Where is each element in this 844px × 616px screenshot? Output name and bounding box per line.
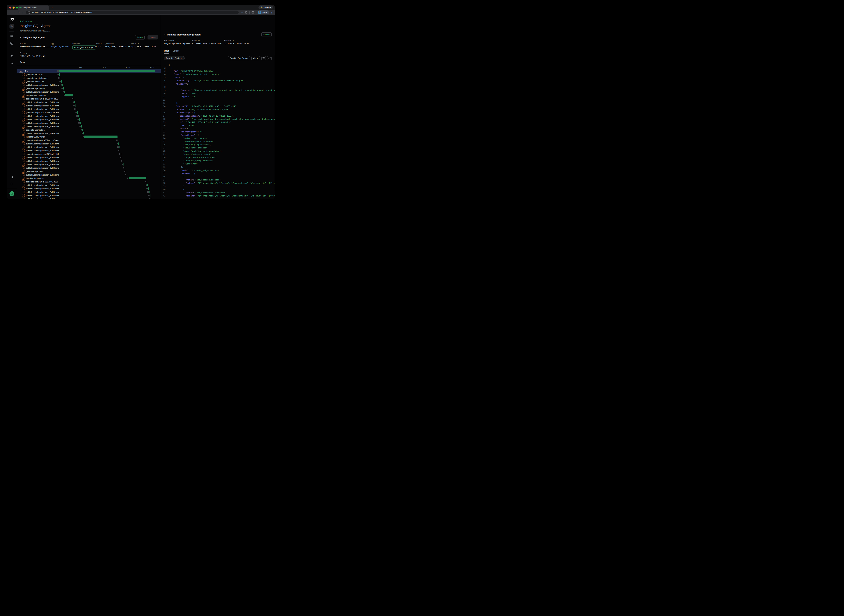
trace-run-row[interactable]: 40▾ Run [17,69,161,73]
trace-span-row[interactable]: >_publish:user:insights:user_2VH6zowmh..… [17,156,161,159]
run-details: Run ID01KHRMPW77GVMAJH6RD32EG72ZAppinsig… [17,41,161,60]
pane-resize-handle[interactable] [161,125,161,129]
copy-button[interactable]: Copy [251,56,260,60]
help-icon[interactable]: ? [9,182,14,186]
queue-marker [147,191,149,193]
gantt-bar [64,91,65,93]
bookmark-star-icon[interactable]: ☆ [240,11,244,14]
trace-span-row[interactable]: >_publish:user:insights:user_2VH6zowmh..… [17,104,161,107]
trace-span-row[interactable]: >_publish:user:insights:user_2VH6zowmh..… [17,149,161,152]
event-accordion-header[interactable]: insights-agent/chat.requested Invoke [161,31,275,38]
trace-span-row[interactable]: >_generate-thread-id [17,73,161,76]
browser-menu-icon[interactable]: ⋮ [271,11,273,14]
trace-span-row[interactable]: >_generate-tool-part-id-887aa111-5d4e-45… [17,138,161,142]
trace-span-row[interactable]: >_publish:user:insights:user_2VH6zowmh..… [17,166,161,170]
back-icon[interactable]: ← [9,11,13,14]
trace-span-row[interactable]: >_generate-output-part-id-c458648f-8d6..… [17,111,161,114]
code-scrollbar[interactable] [274,54,274,191]
trace-span-row[interactable]: >_publish:user:insights:user_2VH6zowmh..… [17,121,161,125]
trace-span-row[interactable]: >_publish:user:insights:user_2VH6zowmh..… [17,145,161,149]
trace-span-row[interactable]: >_generate-text-part-id-9357e5f0-a530-4.… [17,180,161,183]
extensions-icon[interactable] [244,11,248,14]
trace-span-row[interactable]: >_generate-target-channel [17,76,161,80]
trace-span-row[interactable]: >_generate-network-id [17,80,161,83]
app-avatar[interactable]: DV [9,24,14,29]
trace-span-row[interactable]: >_generate-agent-ids-1 [17,128,161,132]
home-icon[interactable]: ⌂ [21,11,25,14]
forward-icon[interactable]: → [13,11,16,14]
expand-icon[interactable] [267,56,271,60]
inngest-logo[interactable] [9,18,15,21]
trace-span-row[interactable]: >_publish:user:insights:user_2VH6zowmh..… [17,197,161,199]
zoom-window-button[interactable] [16,7,18,9]
line-number: 15 [161,108,166,111]
trace-span-row[interactable]: >_publish:user:insights:user_2VH6zowmh..… [17,163,161,166]
trace-span-row[interactable]: >_publish:user:insights:user_2VH6zowmh..… [17,125,161,128]
trace-span-row[interactable]: >_publish:user:insights:user_2VH6zowmh..… [17,132,161,135]
share-icon[interactable] [9,175,14,179]
browser-tab[interactable]: Inngest Server × [18,6,49,10]
trace-span-row[interactable]: >_publish:user:insights:user_2VH6zowmh..… [17,83,161,87]
span-label: Insights Summarizer [26,177,44,179]
invoke-button[interactable]: Invoke [261,32,271,37]
trace-span-row[interactable]: >_publish:user:insights:user_2VH6zowmh..… [17,100,161,104]
trace-span-row[interactable]: >_publish:user:insights:user_2VH6zowmh..… [17,187,161,190]
trace-span-row[interactable]: >_publish:user:insights:user_2VH6zowmh..… [17,142,161,145]
trace-span-row[interactable]: >_publish:user:insights:user_2VH6zowmh..… [17,194,161,197]
console-icon[interactable] [9,60,14,65]
url-bar[interactable]: i localhost:8288/run?runID=01KHRMPW77GVM… [26,10,239,14]
profile-chip[interactable]: Work [258,10,269,15]
step-icon: >_ [22,146,25,148]
field-value[interactable]: insights-agent-client [51,45,72,48]
field-value[interactable]: Insights SQL Agent [72,45,96,50]
trace-span-row[interactable]: >_generate-tool-part-id-c458648f-8d60-..… [17,97,161,100]
trace-span-row[interactable]: Insights Query Writer [17,135,161,138]
trace-span-row[interactable]: Insights Event Matcher [17,94,161,97]
code-line: 29 "events/schema.created", [161,153,275,156]
dev-code-button[interactable] [9,191,15,196]
new-tab-button[interactable]: + [51,6,53,9]
trace-span-row[interactable]: >_publish:user:insights:user_2VH6zowmh..… [17,190,161,194]
trace-span-row[interactable]: >_publish:user:insights:user_2VH6zowmh..… [17,173,161,176]
queue-marker [121,160,122,161]
trace-span-row[interactable]: >_generate-agent-ids-0 [17,87,161,90]
send-to-dev-server-button[interactable]: Send to Dev Server [228,56,250,60]
code-line: 23 "eventTypes": [ [161,133,275,137]
trace-span-row[interactable]: >_publish:user:insights:user_2VH6zowmh..… [17,159,161,163]
gantt-bar [76,108,76,110]
side-panel-search-icon[interactable] [251,11,255,14]
tab-trace[interactable]: Trace [20,60,26,65]
search-panel-icon[interactable] [9,41,14,45]
trace-span-row[interactable]: >_generate-output-part-id-887aa111-5d4e.… [17,152,161,156]
apps-icon[interactable] [9,54,14,58]
trace-span-row[interactable]: >_publish:user:insights:user_2VH6zowmh..… [17,118,161,121]
trace-span-row[interactable]: Insights Summarizer [17,176,161,180]
function-payload-button[interactable]: Function Payload [164,56,185,60]
trace-span-row[interactable]: >_publish:user:insights:user_2VH6zowmh..… [17,183,161,187]
site-info-icon[interactable]: i [28,11,30,14]
gemini-button[interactable]: Gemini [258,6,273,9]
span-count-chip[interactable]: 40▾ [19,70,23,73]
field-value: insights-agent/chat.requested [164,43,192,45]
close-tab-icon[interactable]: × [46,7,48,9]
trace-span-row[interactable]: >_generate-agent-ids-2 [17,170,161,173]
line-number: 27 [161,146,166,150]
cancel-button[interactable]: Cancel [148,35,158,40]
minimize-window-button[interactable] [13,7,15,9]
line-number: 1 [161,63,166,66]
trace-span-row[interactable]: >_publish:user:insights:user_2VH6zowmh..… [17,107,161,111]
browser-window: Inngest Server × + Gemini ← → ↻ ⌂ i loca… [7,5,275,199]
span-label: generate-agent-ids-1 [26,129,45,131]
close-window-button[interactable] [9,7,11,9]
trace-span-row[interactable]: >_publish:user:insights:user_2VH6zowmh..… [17,90,161,94]
queue-marker [145,181,146,182]
word-wrap-icon[interactable] [261,56,266,60]
reload-icon[interactable]: ↻ [16,11,21,14]
trace-span-row[interactable]: >_publish:user:insights:user_2VH6zowmh..… [17,114,161,118]
tab-output[interactable]: Output [172,48,180,54]
line-number: 39 [161,185,166,188]
runs-list-icon[interactable] [9,34,14,38]
run-accordion-header[interactable]: Insights SQL Agent Rerun Cancel [17,34,161,41]
rerun-button[interactable]: Rerun [135,35,145,40]
tab-input[interactable]: Input [164,48,169,54]
